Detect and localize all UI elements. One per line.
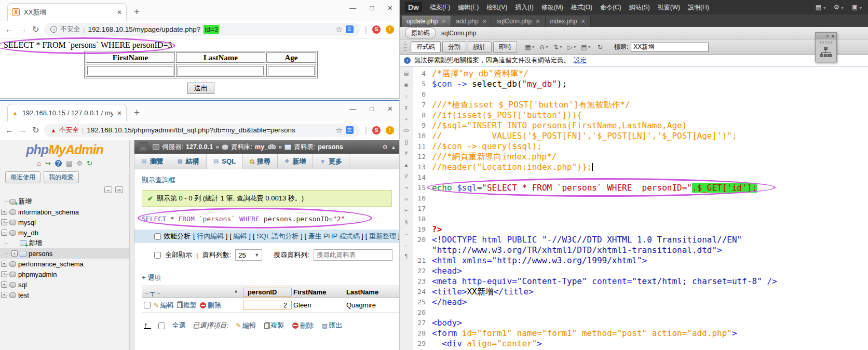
- home-icon[interactable]: ⌂: [37, 159, 41, 167]
- collapse-all-icon[interactable]: −: [104, 186, 112, 193]
- browser-tab-active[interactable]: X XX新增 ✕: [7, 3, 127, 21]
- expand-icon[interactable]: +: [1, 271, 7, 277]
- breadcrumb-back-icon[interactable]: ←: [139, 142, 148, 152]
- close-button[interactable]: ✕: [387, 105, 393, 113]
- code-line[interactable]: 5$con -> select_db("my_db");: [413, 79, 868, 89]
- tree-item-performance_schema[interactable]: +performance_schema: [0, 259, 129, 269]
- collapse-panel-icon[interactable]: ▴: [392, 143, 395, 151]
- live-view-options-icon[interactable]: ▷▼: [566, 42, 578, 52]
- forward-icon[interactable]: →: [19, 126, 27, 135]
- expand-icon[interactable]: +: [1, 209, 7, 215]
- show-live-code-icon[interactable]: ◉: [404, 82, 409, 88]
- back-icon[interactable]: ←: [5, 126, 13, 135]
- expand-panel-icon[interactable]: »: [826, 34, 829, 38]
- tab-瀏覽[interactable]: ▤瀏覽: [134, 154, 170, 169]
- expand-icon[interactable]: +: [1, 281, 7, 288]
- tab-結構[interactable]: ▦結構: [170, 154, 206, 169]
- breadcrumb-value[interactable]: 127.0.0.1: [186, 143, 213, 151]
- tree-item-[interactable]: +新增: [0, 238, 129, 248]
- related-file-name[interactable]: sqlConn.php: [441, 30, 476, 37]
- collapse-full-tag-icon[interactable]: ↕: [405, 93, 408, 99]
- site-files-icon[interactable]: [820, 47, 832, 58]
- remove-comment-icon[interactable]: ¬: [405, 185, 408, 191]
- code-line[interactable]: 12///*網頁重新導向index.php*/: [413, 152, 868, 162]
- code-line[interactable]: 16: [413, 193, 868, 204]
- preferences-gear-icon[interactable]: ⚙▼: [834, 4, 845, 11]
- doc-tab-add-php[interactable]: add.php✕: [451, 16, 492, 27]
- row-action-edit[interactable]: ✎編輯: [236, 321, 256, 330]
- favorites-button[interactable]: 我的最愛: [44, 171, 79, 183]
- code-line[interactable]: 13//header("Location:index.php")};: [413, 162, 868, 172]
- code-line[interactable]: 14: [413, 172, 868, 183]
- address-bar[interactable]: ▲ 不安全 | 192.168.10.15/phpmyadmin/tbl_sql…: [44, 124, 359, 137]
- translate-icon[interactable]: 文: [346, 25, 354, 33]
- source-code-button[interactable]: 原始碼: [405, 28, 436, 38]
- minimize-button[interactable]: —: [349, 4, 356, 12]
- logout-icon[interactable]: ↪: [45, 159, 51, 167]
- close-panel-icon[interactable]: ✕: [831, 34, 835, 38]
- row-action-delete[interactable]: 刪除: [200, 301, 221, 310]
- sidebar-resize-handle[interactable]: [130, 140, 134, 350]
- row-action-edit[interactable]: ✎編輯: [154, 301, 174, 310]
- bookmark-star-icon[interactable]: ☆: [335, 25, 342, 34]
- check-all-link[interactable]: 全選: [172, 321, 186, 330]
- code-line[interactable]: 15echo $sql="SELECT * FROM `persons` WHE…: [413, 183, 868, 193]
- doc-tab-close-icon[interactable]: ✕: [535, 18, 540, 25]
- code-line[interactable]: 26: [413, 307, 868, 318]
- age-field[interactable]: [268, 66, 315, 75]
- site-setup-icon[interactable]: ▣▼: [852, 4, 863, 11]
- menubar-item[interactable]: 檔案(F): [430, 3, 450, 12]
- code-line[interactable]: 4/*選擇"my_db"資料庫*/: [413, 69, 868, 79]
- view-mode-code[interactable]: 程式碼: [411, 41, 441, 53]
- code-line[interactable]: 9//$sql="INSERT INTO persons(FirstName,L…: [413, 120, 868, 131]
- session-extension-icon[interactable]: S: [372, 126, 381, 134]
- session-extension-icon[interactable]: S: [372, 25, 381, 34]
- breadcrumb-value[interactable]: persons: [318, 143, 343, 151]
- code-line[interactable]: 23<meta http-equiv="Content-Type" conten…: [413, 276, 868, 287]
- profiling-action-link[interactable]: 行內編輯: [197, 232, 224, 240]
- refresh-design-view-icon[interactable]: ↻: [594, 42, 606, 52]
- reload-icon[interactable]: ↻: [32, 24, 39, 34]
- row-action-copy[interactable]: 複製: [264, 321, 284, 330]
- tree-item-mysql[interactable]: +mysql: [0, 217, 129, 227]
- line-numbers-icon[interactable]: #: [405, 151, 408, 156]
- code-line[interactable]: 22<head>: [413, 266, 868, 276]
- profiling-action-link[interactable]: 重新整理: [369, 232, 396, 240]
- recently-used-button[interactable]: 最近使用: [5, 171, 40, 183]
- tree-item-my_db[interactable]: −my_db: [0, 227, 129, 238]
- code-line[interactable]: 20<!DOCTYPE html PUBLIC "-//W3C//DTD XHT…: [413, 235, 868, 245]
- tree-item-information_schema[interactable]: +information_schema: [0, 207, 129, 217]
- tab-close-icon[interactable]: ✕: [117, 9, 122, 16]
- translate-icon[interactable]: 文: [346, 126, 354, 134]
- expand-icon[interactable]: +: [1, 292, 7, 298]
- menubar-item[interactable]: 檢視(V): [486, 3, 507, 12]
- code-line[interactable]: 29 <div align="center">: [413, 339, 868, 349]
- menubar-item[interactable]: 編輯(E): [458, 3, 479, 12]
- highlight-invalid-code-icon[interactable]: ▲: [404, 162, 409, 168]
- move-css-icon[interactable]: §: [405, 219, 408, 225]
- profiling-action-link[interactable]: 產生 PHP 程式碼: [308, 232, 360, 240]
- profile-avatar-icon[interactable]: !: [386, 25, 394, 34]
- code-view[interactable]: ▤◉↕⇕+<>{}#▲//¬‹›✂§→←¶ 4/*選擇"my_db"資料庫*/5…: [400, 66, 868, 350]
- open-documents-icon[interactable]: ▤: [404, 71, 409, 76]
- row-action-copy[interactable]: 複製: [177, 301, 197, 310]
- code-line[interactable]: 7///*檢查isset $_POST['button']有無被動作*/: [413, 100, 868, 110]
- expand-icon[interactable]: +: [1, 219, 7, 225]
- new-tab-button[interactable]: +: [134, 107, 140, 118]
- menubar-item[interactable]: 插入(I): [515, 3, 533, 12]
- lastname-field[interactable]: [178, 66, 264, 75]
- bookmark-star-icon[interactable]: ☆: [335, 126, 342, 135]
- collapse-selection-icon[interactable]: ⇕: [404, 105, 408, 111]
- page-settings-gear-icon[interactable]: ⚙: [382, 143, 388, 151]
- code-line[interactable]: 10// VALUES('$_POST[FN]','$_POST[LN]','$…: [413, 131, 868, 141]
- apply-comment-icon[interactable]: //: [405, 173, 408, 179]
- recent-snippets-icon[interactable]: ✂: [404, 208, 408, 213]
- format-source-icon[interactable]: ¶: [405, 253, 408, 259]
- validate-markup-icon[interactable]: ▤▼: [580, 42, 592, 52]
- tab-更多[interactable]: ▼更多: [313, 154, 349, 169]
- select-parent-tag-icon[interactable]: <>: [403, 128, 410, 133]
- document-title-input[interactable]: [631, 43, 709, 52]
- help-icon[interactable]: ?: [55, 160, 62, 167]
- tab-close-icon[interactable]: ✕: [117, 110, 122, 117]
- menubar-item[interactable]: 命令(C): [600, 3, 621, 12]
